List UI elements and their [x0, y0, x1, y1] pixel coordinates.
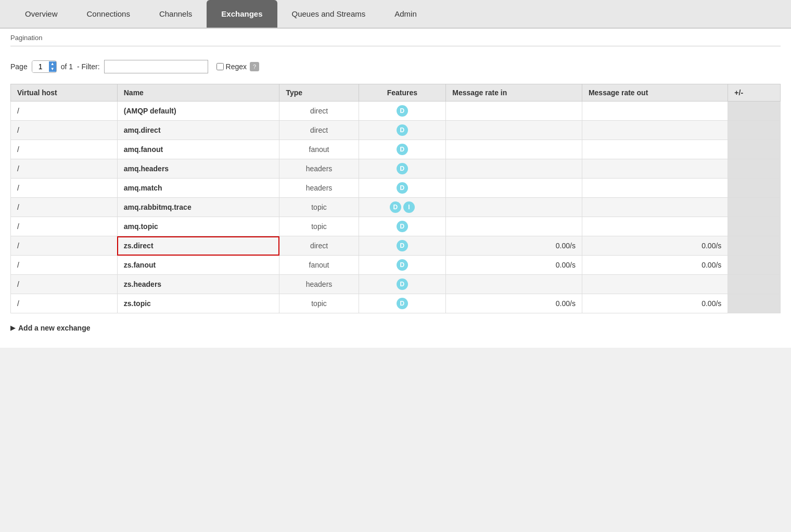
- name-cell[interactable]: amq.match: [117, 179, 279, 198]
- rate-out-cell: [582, 179, 728, 198]
- filter-label: - Filter:: [77, 62, 100, 71]
- name-cell[interactable]: amq.headers: [117, 159, 279, 179]
- virtual-host-cell: /: [11, 179, 118, 198]
- table-row: /amq.matchheadersD: [11, 179, 781, 198]
- rate-out-cell: [582, 159, 728, 179]
- name-cell[interactable]: amq.fanout: [117, 140, 279, 159]
- nav-tab-channels[interactable]: Channels: [145, 0, 207, 28]
- table-row: /amq.fanoutfanoutD: [11, 140, 781, 159]
- rate-in-cell: [446, 102, 582, 121]
- name-cell[interactable]: amq.direct: [117, 121, 279, 140]
- rate-out-cell: 0.00/s: [582, 236, 728, 256]
- plus-minus-cell: [728, 275, 781, 294]
- spinner-up-icon[interactable]: ▲: [50, 61, 55, 67]
- feature-badge: D: [397, 105, 408, 117]
- rate-in-cell: [446, 140, 582, 159]
- nav-tab-exchanges[interactable]: Exchanges: [207, 0, 277, 28]
- name-cell[interactable]: zs.headers: [117, 275, 279, 294]
- plus-minus-cell: [728, 236, 781, 256]
- page-input[interactable]: [32, 61, 49, 72]
- type-cell: topic: [279, 198, 359, 217]
- page-spinner-buttons[interactable]: ▲ ▼: [49, 61, 56, 72]
- th-type: Type: [279, 84, 359, 102]
- plus-minus-cell: [728, 217, 781, 236]
- section-title: Pagination: [10, 29, 781, 46]
- virtual-host-cell: /: [11, 102, 118, 121]
- rate-out-cell: 0.00/s: [582, 256, 728, 275]
- regex-container: Regex ?: [216, 62, 259, 71]
- filter-input[interactable]: [104, 60, 208, 73]
- add-exchange-label: Add a new exchange: [18, 324, 90, 332]
- nav-tab-connections[interactable]: Connections: [72, 0, 145, 28]
- table-row: /zs.fanoutfanoutD0.00/s0.00/s: [11, 256, 781, 275]
- type-cell: direct: [279, 102, 359, 121]
- th-rate-in: Message rate in: [446, 84, 582, 102]
- plus-minus-cell: [728, 294, 781, 313]
- feature-badge: D: [397, 144, 408, 155]
- plus-minus-cell: [728, 102, 781, 121]
- features-cell: D: [359, 102, 446, 121]
- nav-tab-queues-streams[interactable]: Queues and Streams: [277, 0, 380, 28]
- feature-badge: D: [397, 278, 408, 290]
- name-cell[interactable]: amq.topic: [117, 217, 279, 236]
- add-exchange-section[interactable]: ▶ Add a new exchange: [10, 324, 781, 332]
- th-plus-minus[interactable]: +/-: [728, 84, 781, 102]
- type-cell: fanout: [279, 256, 359, 275]
- table-row: /zs.directdirectD0.00/s0.00/s: [11, 236, 781, 256]
- name-cell[interactable]: zs.fanout: [117, 256, 279, 275]
- features-cell: D: [359, 275, 446, 294]
- page-spinner[interactable]: ▲ ▼: [32, 60, 57, 73]
- features-cell: D: [359, 294, 446, 313]
- virtual-host-cell: /: [11, 121, 118, 140]
- name-cell[interactable]: (AMQP default): [117, 102, 279, 121]
- type-cell: topic: [279, 294, 359, 313]
- type-cell: fanout: [279, 140, 359, 159]
- plus-minus-cell: [728, 256, 781, 275]
- table-row: /amq.headersheadersD: [11, 159, 781, 179]
- regex-checkbox[interactable]: [216, 63, 224, 70]
- rate-out-cell: 0.00/s: [582, 294, 728, 313]
- th-features: Features: [359, 84, 446, 102]
- features-cell: D: [359, 236, 446, 256]
- features-cell: D: [359, 217, 446, 236]
- plus-minus-cell: [728, 121, 781, 140]
- name-cell[interactable]: zs.direct: [117, 236, 279, 256]
- rate-in-cell: 0.00/s: [446, 256, 582, 275]
- rate-in-cell: [446, 275, 582, 294]
- table-row: /amq.topictopicD: [11, 217, 781, 236]
- type-cell: topic: [279, 217, 359, 236]
- virtual-host-cell: /: [11, 217, 118, 236]
- of-label: of 1: [61, 62, 73, 71]
- type-cell: headers: [279, 159, 359, 179]
- nav-tab-admin[interactable]: Admin: [380, 0, 431, 28]
- rate-out-cell: [582, 275, 728, 294]
- name-cell[interactable]: amq.rabbitmq.trace: [117, 198, 279, 217]
- table-row: /zs.headersheadersD: [11, 275, 781, 294]
- feature-badge: D: [397, 182, 408, 194]
- add-exchange-arrow-icon: ▶: [10, 324, 15, 332]
- features-cell: D: [359, 140, 446, 159]
- help-button[interactable]: ?: [250, 62, 259, 71]
- virtual-host-cell: /: [11, 275, 118, 294]
- plus-minus-cell: [728, 179, 781, 198]
- rate-out-cell: [582, 121, 728, 140]
- th-rate-out: Message rate out: [582, 84, 728, 102]
- nav-tab-overview[interactable]: Overview: [10, 0, 72, 28]
- type-cell: headers: [279, 275, 359, 294]
- features-cell: DI: [359, 198, 446, 217]
- features-cell: D: [359, 121, 446, 140]
- table-row: /zs.topictopicD0.00/s0.00/s: [11, 294, 781, 313]
- th-name: Name: [117, 84, 279, 102]
- spinner-down-icon[interactable]: ▼: [50, 67, 55, 72]
- main-content: Pagination Page ▲ ▼ of 1 - Filter: Regex…: [0, 29, 791, 348]
- rate-in-cell: 0.00/s: [446, 294, 582, 313]
- feature-badge: I: [403, 201, 415, 213]
- feature-badge: D: [397, 259, 408, 271]
- rate-in-cell: 0.00/s: [446, 236, 582, 256]
- th-virtual-host: Virtual host: [11, 84, 118, 102]
- table-header-row: Virtual host Name Type Features Message …: [11, 84, 781, 102]
- feature-badge: D: [397, 163, 408, 174]
- virtual-host-cell: /: [11, 159, 118, 179]
- rate-in-cell: [446, 179, 582, 198]
- name-cell[interactable]: zs.topic: [117, 294, 279, 313]
